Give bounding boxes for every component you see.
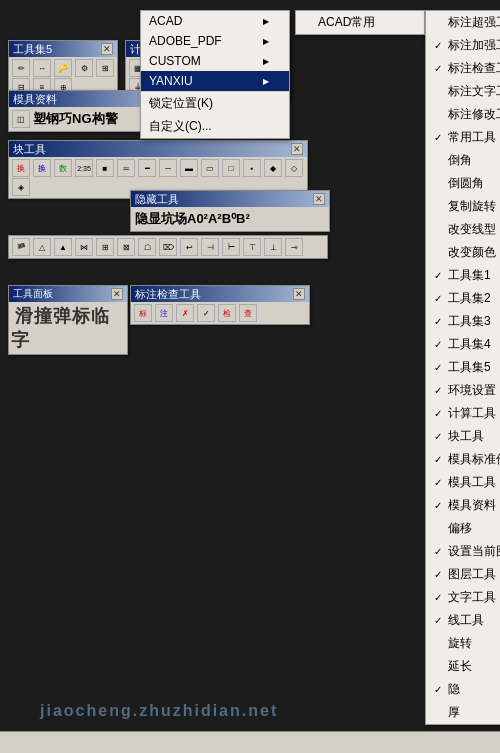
submenu-item-30[interactable]: 厚 — [426, 701, 500, 724]
icon-bz6[interactable]: 查 — [239, 304, 257, 322]
submenu-item-2[interactable]: ✓ 标注检查工具 — [426, 57, 500, 80]
submenu-item-12[interactable]: ✓ 工具集2 — [426, 287, 500, 310]
panel-huabing-close[interactable]: ✕ — [111, 288, 123, 300]
icon-bz5[interactable]: 检 — [218, 304, 236, 322]
icon-b11[interactable]: ⊢ — [222, 238, 240, 256]
icon-kuai2[interactable]: 换 — [33, 159, 51, 177]
submenu-label-20: 模具工具 — [448, 474, 496, 491]
icon-kuai6[interactable]: ═ — [117, 159, 135, 177]
menu-item-custom-c[interactable]: 自定义(C)... — [141, 115, 289, 138]
submenu-item-11[interactable]: ✓ 工具集1 — [426, 264, 500, 287]
icon-bz3[interactable]: ✗ — [176, 304, 194, 322]
submenu-item-13[interactable]: ✓ 工具集3 — [426, 310, 500, 333]
submenu-item-20[interactable]: ✓ 模具工具 — [426, 471, 500, 494]
icon-kuai5[interactable]: ■ — [96, 159, 114, 177]
icon-kuai7[interactable]: ━ — [138, 159, 156, 177]
icon-kuai14[interactable]: ◇ — [285, 159, 303, 177]
icon-kuai12[interactable]: ▪ — [243, 159, 261, 177]
menu-item-lock[interactable]: 锁定位置(K) — [141, 91, 289, 115]
submenu-label-15: 工具集5 — [448, 359, 491, 376]
submenu-item-16[interactable]: ✓ 环境设置 — [426, 379, 500, 402]
panel-kuai-close[interactable]: ✕ — [291, 143, 303, 155]
submenu-item-28[interactable]: 延长 — [426, 655, 500, 678]
submenu-item-6[interactable]: 倒角 — [426, 149, 500, 172]
submenu-item-9[interactable]: 改变线型 — [426, 218, 500, 241]
check-25: ✓ — [434, 592, 448, 603]
panel-biaozhujiance-title[interactable]: 标注检查工具 ✕ — [131, 286, 309, 302]
icon-b9[interactable]: ↩ — [180, 238, 198, 256]
icon-bz2[interactable]: 注 — [155, 304, 173, 322]
panel-yincang-label: 隐藏工具 — [135, 192, 179, 207]
icon-b6[interactable]: ⊠ — [117, 238, 135, 256]
icon-kuai4[interactable]: 2:35 — [75, 159, 93, 177]
icon-b5[interactable]: ⊞ — [96, 238, 114, 256]
submenu-item-19[interactable]: ✓ 模具标准件 — [426, 448, 500, 471]
submenu-label-6: 倒角 — [448, 152, 472, 169]
panel-biaozhujiance-close[interactable]: ✕ — [293, 288, 305, 300]
icon-move[interactable]: ↔ — [33, 59, 51, 77]
icon-pencil[interactable]: ✏ — [12, 59, 30, 77]
submenu-item-21[interactable]: ✓ 模具资料 — [426, 494, 500, 517]
check-7 — [434, 178, 448, 189]
icon-kuai13[interactable]: ◆ — [264, 159, 282, 177]
submenu-item-23[interactable]: ✓ 设置当前图层 — [426, 540, 500, 563]
icon-muju1[interactable]: ◫ — [12, 110, 30, 128]
submenu-item-18[interactable]: ✓ 块工具 — [426, 425, 500, 448]
submenu-item-17[interactable]: ✓ 计算工具 — [426, 402, 500, 425]
icon-b1[interactable]: 🏴 — [12, 238, 30, 256]
panel-gongju-title[interactable]: 工具集5 ✕ — [9, 41, 117, 57]
submenu-item-4[interactable]: 标注修改工具 — [426, 103, 500, 126]
panel-yincang-title[interactable]: 隐藏工具 ✕ — [131, 191, 329, 207]
icon-kuai10[interactable]: ▭ — [201, 159, 219, 177]
check-23: ✓ — [434, 546, 448, 557]
submenu-item-8[interactable]: 复制旋转 — [426, 195, 500, 218]
submenu-item-22[interactable]: 偏移 — [426, 517, 500, 540]
icon-bz4[interactable]: ✓ — [197, 304, 215, 322]
icon-kuai1[interactable]: 换 — [12, 159, 30, 177]
submenu-item-10[interactable]: 改变颜色 — [426, 241, 500, 264]
submenu-label-17: 计算工具 — [448, 405, 496, 422]
icon-settings[interactable]: ⚙ — [75, 59, 93, 77]
submenu-item-0[interactable]: 标注超强工具 — [426, 11, 500, 34]
icon-kuai3[interactable]: 数 — [54, 159, 72, 177]
menu-item-acad[interactable]: ACAD ▶ — [141, 11, 289, 31]
icon-key[interactable]: 🔑 — [54, 59, 72, 77]
submenu-label-10: 改变颜色 — [448, 244, 496, 261]
icon-kuai8[interactable]: ─ — [159, 159, 177, 177]
submenu-item-1[interactable]: ✓ 标注加强工具 — [426, 34, 500, 57]
submenu-item-27[interactable]: 旋转 — [426, 632, 500, 655]
submenu-label-7: 倒圆角 — [448, 175, 484, 192]
menu-item-custom[interactable]: CUSTOM ▶ — [141, 51, 289, 71]
icon-t1[interactable]: ⊞ — [96, 59, 114, 77]
submenu-yanxiu-acad[interactable]: ACAD常用 — [296, 11, 424, 34]
submenu-item-29[interactable]: ✓ 隐 — [426, 678, 500, 701]
icon-b12[interactable]: ⊤ — [243, 238, 261, 256]
submenu-item-14[interactable]: ✓ 工具集4 — [426, 333, 500, 356]
icon-kuai15[interactable]: ◈ — [12, 178, 30, 196]
panel-gongju-close[interactable]: ✕ — [101, 43, 113, 55]
submenu-item-15[interactable]: ✓ 工具集5 — [426, 356, 500, 379]
icon-b7[interactable]: ☖ — [138, 238, 156, 256]
icon-kuai11[interactable]: □ — [222, 159, 240, 177]
menu-item-yanxiu[interactable]: YANXIU ▶ — [141, 71, 289, 91]
submenu-item-25[interactable]: ✓ 文字工具 — [426, 586, 500, 609]
icon-b13[interactable]: ⊥ — [264, 238, 282, 256]
menu-item-adobe[interactable]: ADOBE_PDF ▶ — [141, 31, 289, 51]
submenu-item-7[interactable]: 倒圆角 — [426, 172, 500, 195]
panel-huabing-title[interactable]: 工具面板 ✕ — [9, 286, 127, 302]
panel-kuai-title[interactable]: 块工具 ✕ — [9, 141, 307, 157]
icon-kuai9[interactable]: ▬ — [180, 159, 198, 177]
icon-b3[interactable]: ▲ — [54, 238, 72, 256]
icon-b14[interactable]: ⊸ — [285, 238, 303, 256]
icon-b2[interactable]: △ — [33, 238, 51, 256]
submenu-item-5[interactable]: ✓ 常用工具 — [426, 126, 500, 149]
panel-yincang-close[interactable]: ✕ — [313, 193, 325, 205]
icon-bz1[interactable]: 标 — [134, 304, 152, 322]
icon-b8[interactable]: ⌦ — [159, 238, 177, 256]
submenu-item-3[interactable]: 标注文字工具 — [426, 80, 500, 103]
panel-biaozhujiance-label: 标注检查工具 — [135, 287, 201, 302]
submenu-item-26[interactable]: ✓ 线工具 — [426, 609, 500, 632]
icon-b4[interactable]: ⋈ — [75, 238, 93, 256]
icon-b10[interactable]: ⊣ — [201, 238, 219, 256]
submenu-item-24[interactable]: ✓ 图层工具 — [426, 563, 500, 586]
